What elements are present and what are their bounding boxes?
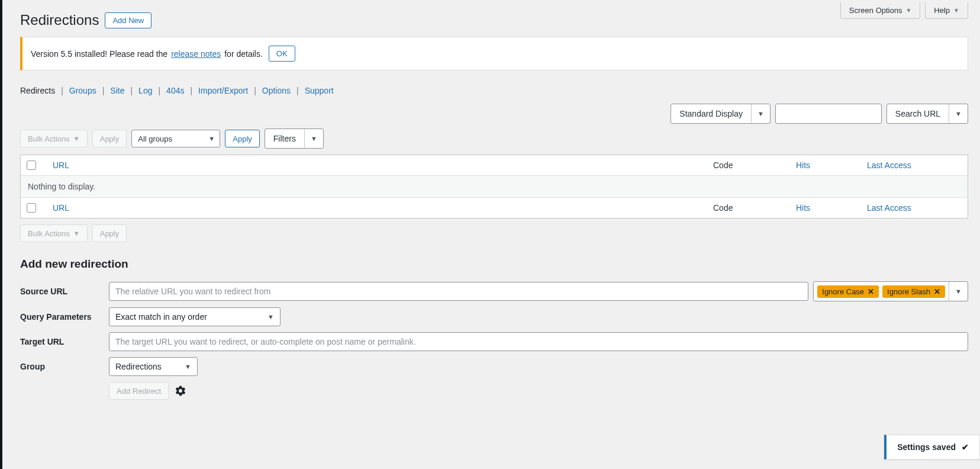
table-empty-row: Nothing to display. <box>21 176 968 198</box>
display-mode-select[interactable]: Standard Display ▼ <box>670 104 771 124</box>
col-url-bottom[interactable]: URL <box>53 203 69 213</box>
chevron-down-icon: ▼ <box>905 7 911 14</box>
chevron-down-icon: ▼ <box>73 230 80 237</box>
search-url-button[interactable]: Search URL ▼ <box>886 104 968 124</box>
check-icon: ✔ <box>962 442 969 452</box>
notice-prefix: Version 5.5 installed! Please read the <box>31 49 167 59</box>
apply-filter-button[interactable]: Apply <box>225 130 260 147</box>
all-groups-label: All groups <box>138 134 172 143</box>
subnav-support[interactable]: Support <box>305 86 334 95</box>
notice-ok-button[interactable]: OK <box>269 46 295 62</box>
display-mode-label: Standard Display <box>671 104 751 123</box>
help-label: Help <box>934 6 950 15</box>
subnav-site[interactable]: Site <box>110 86 124 95</box>
target-url-input[interactable] <box>109 332 968 351</box>
subnav-groups[interactable]: Groups <box>69 86 96 95</box>
target-url-label: Target URL <box>20 337 105 346</box>
help-tab[interactable]: Help ▼ <box>925 2 968 19</box>
col-hits[interactable]: Hits <box>796 160 810 170</box>
col-url[interactable]: URL <box>53 160 69 170</box>
chevron-down-icon: ▼ <box>949 104 968 123</box>
group-select[interactable]: Redirections ▼ <box>109 357 198 376</box>
bulk-actions-label-bottom: Bulk Actions <box>28 229 70 238</box>
col-last-access[interactable]: Last Access <box>867 160 911 170</box>
add-redirection-heading: Add new redirection <box>20 258 968 271</box>
subnav: Redirects | Groups | Site | Log | 404s |… <box>20 86 968 95</box>
chevron-down-icon: ▼ <box>751 104 770 123</box>
close-icon[interactable]: ✕ <box>868 287 874 296</box>
subnav-404s[interactable]: 404s <box>166 86 184 95</box>
select-all-checkbox-bottom[interactable] <box>27 203 36 213</box>
chevron-down-icon: ▼ <box>267 313 274 320</box>
version-notice: Version 5.5 installed! Please read the r… <box>20 37 968 70</box>
col-last-access-bottom[interactable]: Last Access <box>867 203 911 213</box>
chevron-down-icon: ▼ <box>73 135 80 142</box>
chevron-down-icon: ▼ <box>185 363 191 370</box>
chevron-down-icon[interactable]: ▼ <box>949 282 968 301</box>
add-new-button[interactable]: Add New <box>105 12 151 28</box>
screen-options-label: Screen Options <box>849 6 902 15</box>
redirects-table: URL Code Hits Last Access Nothing to dis… <box>20 155 968 219</box>
ignore-slash-tag[interactable]: Ignore Slash ✕ <box>882 285 945 298</box>
settings-saved-toast: Settings saved ✔ <box>884 435 980 460</box>
col-hits-bottom[interactable]: Hits <box>796 203 810 213</box>
bulk-actions-select-bottom[interactable]: Bulk Actions ▼ <box>20 224 88 242</box>
chevron-down-icon: ▼ <box>953 7 959 14</box>
group-label: Group <box>20 362 105 371</box>
col-code: Code <box>713 160 796 170</box>
filters-button[interactable]: Filters ▼ <box>265 129 324 149</box>
query-params-label: Query Parameters <box>20 312 105 322</box>
source-flags[interactable]: Ignore Case ✕ Ignore Slash ✕ ▼ <box>813 281 968 301</box>
screen-options-tab[interactable]: Screen Options ▼ <box>840 2 921 19</box>
query-params-value: Exact match in any order <box>115 312 207 322</box>
ignore-case-label: Ignore Case <box>822 287 864 296</box>
group-value: Redirections <box>115 362 162 371</box>
bulk-actions-label: Bulk Actions <box>28 134 70 143</box>
all-groups-select[interactable]: All groups ▼ <box>131 130 220 147</box>
table-header: URL Code Hits Last Access <box>21 155 968 176</box>
page-title: Redirections <box>20 12 99 28</box>
release-notes-link[interactable]: release notes <box>171 49 221 59</box>
source-url-input[interactable] <box>109 282 808 301</box>
ignore-case-tag[interactable]: Ignore Case ✕ <box>817 285 879 298</box>
add-redirect-button[interactable]: Add Redirect <box>109 382 169 400</box>
bulk-actions-select[interactable]: Bulk Actions ▼ <box>20 130 88 147</box>
subnav-import-export[interactable]: Import/Export <box>198 86 248 95</box>
chevron-down-icon: ▼ <box>304 129 323 148</box>
search-url-label: Search URL <box>887 104 949 123</box>
subnav-log[interactable]: Log <box>138 86 152 95</box>
table-footer: URL Code Hits Last Access <box>21 198 968 218</box>
chevron-down-icon: ▼ <box>208 135 215 142</box>
subnav-options[interactable]: Options <box>262 86 291 95</box>
gear-icon[interactable] <box>175 385 186 397</box>
search-input[interactable] <box>775 104 882 124</box>
source-url-label: Source URL <box>20 287 105 296</box>
ignore-slash-label: Ignore Slash <box>887 287 930 296</box>
col-code-bottom: Code <box>713 203 796 213</box>
filters-label: Filters <box>265 129 304 148</box>
notice-suffix: for details. <box>224 49 263 59</box>
query-params-select[interactable]: Exact match in any order ▼ <box>109 307 281 326</box>
subnav-redirects[interactable]: Redirects <box>20 86 55 95</box>
select-all-checkbox[interactable] <box>27 160 36 170</box>
apply-bulk-button[interactable]: Apply <box>92 130 127 147</box>
toast-text: Settings saved <box>897 442 956 452</box>
close-icon[interactable]: ✕ <box>934 287 940 296</box>
apply-bulk-button-bottom[interactable]: Apply <box>92 224 127 242</box>
